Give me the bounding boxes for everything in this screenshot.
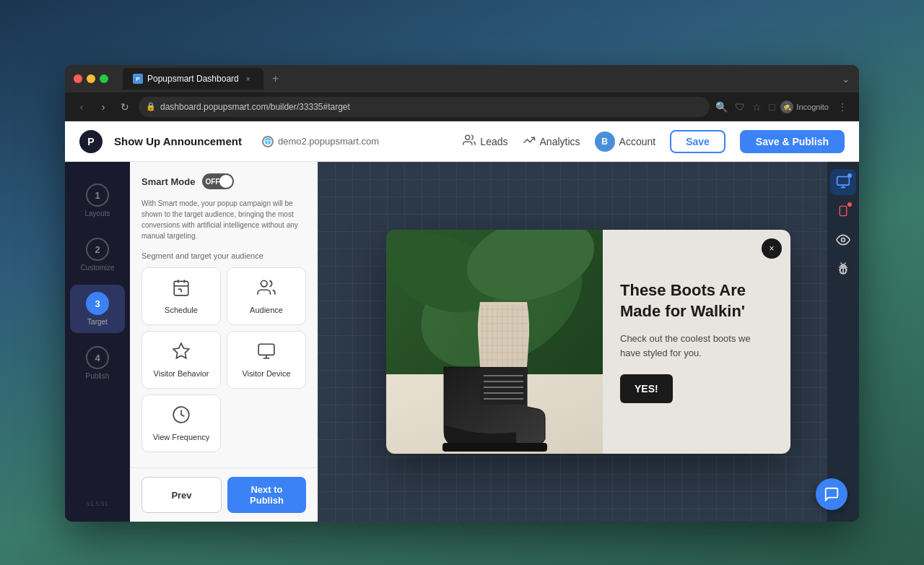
- segment-visitor-device[interactable]: Visitor Device: [227, 331, 306, 389]
- account-link[interactable]: B Account: [595, 131, 656, 152]
- step-publish[interactable]: 4 Publish: [70, 339, 125, 387]
- toggle-off-label: OFF: [205, 178, 219, 186]
- address-bar: ‹ › ↻ 🔒 dashboard.popupsmart.com/builder…: [65, 92, 859, 121]
- mobile-view-button[interactable]: [830, 198, 856, 224]
- svg-point-0: [466, 135, 470, 139]
- toggle-knob: [219, 175, 232, 188]
- popup-subtext: Check out the coolest boots we have styl…: [620, 332, 773, 360]
- main-content: 1 Layouts 2 Customize 3 Target 4 Publish…: [65, 162, 859, 522]
- close-window-button[interactable]: [74, 74, 82, 83]
- audience-icon: [257, 278, 276, 301]
- segment-section-title: Segment and target your audience: [141, 251, 306, 260]
- visitor-behavior-icon: [172, 342, 191, 365]
- step-1-circle: 1: [86, 184, 109, 207]
- segment-audience[interactable]: Audience: [227, 267, 306, 325]
- app-header: P Show Up Announcement 🌐 demo2.popupsmar…: [65, 121, 859, 162]
- forward-button[interactable]: ›: [95, 101, 111, 113]
- smart-mode-bar: Smart Mode OFF: [141, 173, 306, 189]
- popup-content: × These Boots Are Made for Walkin' Check…: [603, 230, 790, 454]
- panel-inner: Smart Mode OFF With Smart mode, your pop…: [130, 162, 318, 467]
- svg-rect-9: [258, 344, 274, 355]
- minimize-window-button[interactable]: [87, 74, 95, 83]
- smart-mode-description: With Smart mode, your popup campaign wil…: [141, 198, 306, 241]
- active-tab[interactable]: P Popupsmart Dashboard ×: [123, 68, 263, 90]
- more-options-button[interactable]: ⋮: [834, 101, 850, 113]
- popup-cta-button[interactable]: YES!: [620, 374, 673, 403]
- analytics-icon: [523, 134, 536, 150]
- step-2-circle: 2: [86, 238, 109, 261]
- leads-link[interactable]: Leads: [463, 134, 507, 150]
- account-avatar: B: [595, 131, 615, 152]
- popup-preview: × These Boots Are Made for Walkin' Check…: [386, 230, 790, 454]
- traffic-lights: [74, 74, 108, 83]
- step-4-label: Publish: [86, 372, 110, 380]
- schedule-label: Schedule: [165, 306, 198, 314]
- step-2-label: Customize: [80, 264, 114, 272]
- address-bar-icons: 🔍 🛡 ☆ □: [715, 101, 775, 113]
- mobile-active-dot: [847, 202, 852, 207]
- svg-rect-24: [443, 443, 547, 452]
- step-3-circle: 3: [86, 292, 109, 315]
- view-frequency-icon: [172, 405, 191, 428]
- shield-icon: 🛡: [735, 101, 745, 113]
- preview-button[interactable]: [830, 227, 856, 253]
- current-settings: Current display settings ✓ IF Visitor's …: [141, 461, 306, 467]
- svg-marker-8: [173, 343, 189, 358]
- url-text: dashboard.popupsmart.com/builder/33335#t…: [160, 102, 350, 112]
- url-bar[interactable]: 🔒 dashboard.popupsmart.com/builder/33335…: [139, 97, 710, 117]
- tab-close-button[interactable]: ×: [243, 74, 253, 84]
- panel-footer: Prev Next to Publish: [130, 467, 318, 522]
- audience-label: Audience: [250, 306, 283, 314]
- save-button[interactable]: Save: [670, 130, 725, 153]
- chat-widget[interactable]: [816, 478, 847, 510]
- steps-sidebar: 1 Layouts 2 Customize 3 Target 4 Publish…: [65, 162, 130, 522]
- browser-window: P Popupsmart Dashboard × + ⌄ ‹ › ↻ 🔒 das…: [65, 65, 859, 522]
- back-button[interactable]: ‹: [74, 101, 90, 113]
- svg-rect-25: [837, 177, 850, 186]
- app-area: P Show Up Announcement 🌐 demo2.popupsmar…: [65, 121, 859, 522]
- segment-schedule[interactable]: Schedule: [141, 267, 221, 325]
- app-logo: P: [79, 130, 103, 153]
- save-publish-button[interactable]: Save & Publish: [740, 130, 845, 153]
- lock-icon: 🔒: [146, 102, 156, 111]
- domain-text: demo2.popupsmart.com: [278, 136, 379, 147]
- step-layouts[interactable]: 1 Layouts: [70, 176, 125, 225]
- search-icon[interactable]: 🔍: [715, 101, 728, 113]
- new-tab-button[interactable]: +: [266, 69, 285, 88]
- prev-button[interactable]: Prev: [141, 477, 222, 513]
- segment-visitor-behavior[interactable]: Visitor Behavior: [141, 331, 221, 389]
- step-target[interactable]: 3 Target: [70, 285, 125, 333]
- smart-mode-label: Smart Mode: [141, 176, 195, 187]
- star-icon[interactable]: ☆: [752, 101, 762, 113]
- preview-area: × These Boots Are Made for Walkin' Check…: [318, 162, 859, 522]
- schedule-icon: [172, 278, 191, 301]
- tab-right-controls: ⌄: [842, 73, 850, 85]
- visitor-behavior-label: Visitor Behavior: [154, 369, 209, 378]
- bug-report-button[interactable]: [830, 256, 856, 282]
- svg-point-30: [842, 238, 845, 242]
- step-customize[interactable]: 2 Customize: [70, 230, 125, 279]
- leads-icon: [463, 134, 476, 150]
- incognito-badge: 🕵 Incognito: [780, 100, 829, 113]
- domain-icon: 🌐: [262, 136, 274, 147]
- view-frequency-label: View Frequency: [153, 433, 210, 441]
- analytics-link[interactable]: Analytics: [523, 134, 580, 150]
- desktop-active-dot: [847, 173, 852, 178]
- right-toolbar: [827, 162, 859, 522]
- leads-label: Leads: [480, 136, 507, 147]
- tab-favicon: P: [133, 74, 143, 84]
- maximize-window-button[interactable]: [100, 74, 108, 83]
- boot-illustration: [386, 230, 603, 454]
- version-label: v1.5.91: [87, 500, 108, 507]
- popup-close-button[interactable]: ×: [762, 238, 782, 259]
- segment-view-frequency[interactable]: View Frequency: [141, 394, 221, 452]
- browser-title-bar: P Popupsmart Dashboard × + ⌄: [65, 65, 859, 92]
- desktop-view-button[interactable]: [830, 169, 856, 195]
- reload-button[interactable]: ↻: [117, 101, 133, 113]
- svg-rect-1: [174, 281, 188, 296]
- split-view-icon[interactable]: □: [769, 101, 775, 113]
- next-to-publish-button[interactable]: Next to Publish: [227, 477, 306, 513]
- smart-mode-toggle[interactable]: OFF: [202, 173, 234, 189]
- popup-headline: These Boots Are Made for Walkin': [620, 280, 773, 322]
- visitor-device-icon: [257, 342, 276, 365]
